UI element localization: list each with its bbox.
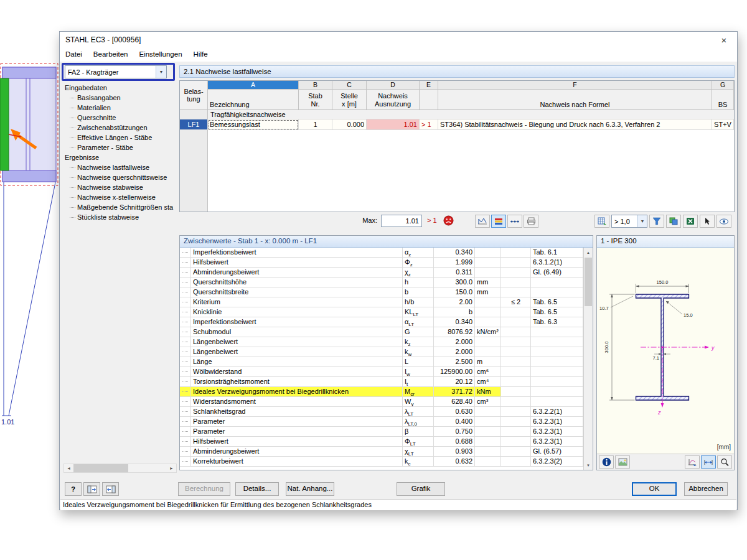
tree-item[interactable]: Stückliste stabweise bbox=[63, 212, 176, 222]
result-row-name[interactable]: Bemessungslast bbox=[208, 119, 299, 130]
ratio-filter-select[interactable]: > 1,0 ▼ bbox=[611, 215, 647, 228]
result-row-flag[interactable]: > 1 bbox=[420, 119, 438, 130]
scroll-down-icon[interactable]: ▼ bbox=[584, 460, 593, 470]
intermediate-row[interactable]: Ideales Verzweigungsmoment bei Biegedril… bbox=[180, 387, 583, 397]
tree-section[interactable]: Ergebnisse bbox=[63, 152, 176, 162]
intermediate-row[interactable]: KnicklinieKLLTbTab. 6.5 bbox=[180, 307, 583, 317]
menu-datei[interactable]: Datei bbox=[60, 48, 88, 62]
result-row-bs[interactable]: ST+V bbox=[712, 119, 734, 130]
intermediate-row[interactable]: SchubmodulG8076.92kN/cm² bbox=[180, 327, 583, 337]
scroll-left-icon[interactable]: ◄ bbox=[64, 464, 73, 472]
tree-item[interactable]: Nachweise x-stellenweise bbox=[63, 192, 176, 202]
intermediate-row[interactable]: ImperfektionsbeiwertαLT0.340Tab. 6.3 bbox=[180, 317, 583, 327]
result-row-formula[interactable]: ST364) Stabilitätsnachweis - Biegung und… bbox=[438, 119, 712, 130]
column-letter-a[interactable]: A bbox=[208, 81, 299, 90]
tree-item[interactable]: Nachweise lastfallweise bbox=[63, 162, 176, 172]
intermediate-row[interactable]: Querschnittsbreiteb150.0mm bbox=[180, 287, 583, 297]
dimensions-toggle-button[interactable] bbox=[701, 455, 716, 469]
export-table-button[interactable] bbox=[594, 215, 609, 228]
colored-results-button[interactable] bbox=[491, 215, 506, 228]
tree-section[interactable]: Eingabedaten bbox=[63, 83, 176, 93]
column-letter-g[interactable]: G bbox=[712, 81, 734, 90]
z-axis-label: z bbox=[657, 409, 661, 416]
y-axis-label: y bbox=[711, 345, 715, 351]
intermediate-row[interactable]: ParameterλLT,00.4006.3.2.3(1) bbox=[180, 417, 583, 427]
scroll-up-icon[interactable]: ▲ bbox=[584, 248, 593, 257]
intermediate-row[interactable]: Querschnittshöheh300.0mm bbox=[180, 278, 583, 287]
beam-body bbox=[2, 67, 56, 182]
print-button[interactable] bbox=[524, 215, 538, 228]
tree-item[interactable]: Materialien bbox=[63, 103, 176, 113]
intermediate-row[interactable]: LängeL2.500m bbox=[180, 357, 583, 367]
menu-bearbeiten[interactable]: Bearbeiten bbox=[88, 48, 134, 62]
export-graphic-button[interactable] bbox=[685, 455, 700, 469]
intermediate-row[interactable]: TorsionsträgheitsmomentIt20.12cm⁴ bbox=[180, 377, 583, 387]
beam-selected-face bbox=[0, 78, 9, 170]
ok-button[interactable]: OK bbox=[632, 482, 677, 496]
tree-item[interactable]: Maßgebende Schnittgrößen sta bbox=[63, 202, 176, 212]
close-button[interactable]: × bbox=[711, 32, 737, 48]
help-button[interactable]: ? bbox=[65, 482, 82, 496]
intermediate-row[interactable]: Längenbeiwertkz2.000 bbox=[180, 337, 583, 347]
result-diagram-button[interactable] bbox=[475, 215, 490, 228]
grafik-button[interactable]: Grafik bbox=[397, 482, 445, 496]
intermediate-row[interactable]: SchlankheitsgradλLT0.6306.3.2.2(1) bbox=[180, 407, 583, 417]
intermediate-row[interactable]: Längenbeiwertkw2.000 bbox=[180, 347, 583, 357]
details-button[interactable]: Details... bbox=[235, 482, 279, 496]
pointer-mode-button[interactable] bbox=[700, 215, 715, 228]
intermediate-row[interactable]: HilfsbeiwertΦLT0.6886.3.2.3(1) bbox=[180, 437, 583, 447]
dock-output-button[interactable] bbox=[102, 482, 119, 496]
intermediate-row[interactable]: AbminderungsbeiwertχLT0.903Gl. (6.57) bbox=[180, 447, 583, 457]
intermediate-row[interactable]: HilfsbeiwertΦz1.9996.3.1.2(1) bbox=[180, 258, 583, 268]
panel-colors-button[interactable] bbox=[666, 215, 681, 228]
scrollbar-thumb[interactable] bbox=[585, 258, 592, 306]
menu-einstellungen[interactable]: Einstellungen bbox=[133, 48, 187, 62]
info-button[interactable] bbox=[599, 455, 614, 469]
visibility-eye-button[interactable] bbox=[716, 215, 731, 228]
tree-item[interactable]: Parameter - Stäbe bbox=[63, 142, 176, 152]
result-row-loadcase[interactable]: LF1 bbox=[180, 119, 208, 130]
tree-item[interactable]: Zwischenabstützungen bbox=[63, 123, 176, 133]
intermediate-scrollbar[interactable]: ▲ ▼ bbox=[583, 248, 593, 470]
nat-anhang-button[interactable]: Nat. Anhang... bbox=[286, 482, 334, 496]
tree-horizontal-scrollbar[interactable]: ◄ ► bbox=[63, 464, 177, 473]
tree-item[interactable]: Nachweise stabweise bbox=[63, 182, 176, 192]
tree-item[interactable]: Querschnitte bbox=[63, 113, 176, 123]
column-letter-c[interactable]: C bbox=[332, 81, 367, 90]
excel-export-button[interactable] bbox=[683, 215, 698, 228]
stations-button[interactable] bbox=[507, 215, 522, 228]
menu-hilfe[interactable]: Hilfe bbox=[188, 48, 214, 62]
section-drawing[interactable]: 150.0 300.0 10.7 15.0 7.1 bbox=[597, 248, 734, 453]
result-row-ratio[interactable]: 1.01 bbox=[367, 119, 420, 130]
rendering-button[interactable] bbox=[615, 455, 630, 469]
tree-item[interactable]: Basisangaben bbox=[63, 93, 176, 103]
tree-item[interactable]: Nachweise querschnittsweise bbox=[63, 172, 176, 182]
column-header-bs: BS bbox=[712, 90, 734, 110]
intermediate-row[interactable]: Imperfektionsbeiwertαz0.340Tab. 6.1 bbox=[180, 248, 583, 258]
abbrechen-button[interactable]: Abbrechen bbox=[684, 482, 728, 496]
scrollbar-thumb[interactable] bbox=[73, 464, 128, 472]
column-letter-d[interactable]: D bbox=[367, 81, 420, 90]
intermediate-row[interactable]: Kriteriumh/b2.00≤ 2Tab. 6.5 bbox=[180, 297, 583, 307]
column-header-nachweis: Nachweis Ausnutzung bbox=[367, 90, 420, 110]
load-case-select[interactable]: FA2 - Kragträger ▼ bbox=[65, 65, 167, 78]
column-letter-b[interactable]: B bbox=[299, 81, 332, 90]
max-value-field[interactable]: 1.01 bbox=[381, 215, 422, 227]
intermediate-row[interactable]: WiderstandsmomentWy628.40cm³ bbox=[180, 397, 583, 407]
dock-input-button[interactable] bbox=[83, 482, 100, 496]
intermediate-row[interactable]: Parameterβ0.7506.3.2.3(1) bbox=[180, 427, 583, 437]
intermediate-row[interactable]: Korrekturbeiwertkc0.6326.3.2.3(2) bbox=[180, 457, 583, 467]
column-letter-e[interactable]: E bbox=[420, 81, 438, 90]
zoom-section-button[interactable] bbox=[717, 455, 732, 469]
intermediate-caption: Zwischenwerte - Stab 1 - x: 0.000 m - LF… bbox=[180, 236, 593, 248]
intermediate-row[interactable]: WölbwiderstandIw125900.00cm⁶ bbox=[180, 367, 583, 377]
result-row-location[interactable]: 0.000 bbox=[332, 119, 367, 130]
intermediate-row[interactable]: Abminderungsbeiwertχz0.311Gl. (6.49) bbox=[180, 268, 583, 278]
scroll-right-icon[interactable]: ► bbox=[167, 464, 176, 472]
result-row-member[interactable]: 1 bbox=[299, 119, 332, 130]
filter-funnel-button[interactable] bbox=[649, 215, 664, 228]
chevron-down-icon[interactable]: ▼ bbox=[156, 66, 166, 78]
chevron-down-icon[interactable]: ▼ bbox=[637, 215, 647, 227]
tree-item[interactable]: Effektive Längen - Stäbe bbox=[63, 133, 176, 142]
column-letter-f[interactable]: F bbox=[438, 81, 712, 90]
